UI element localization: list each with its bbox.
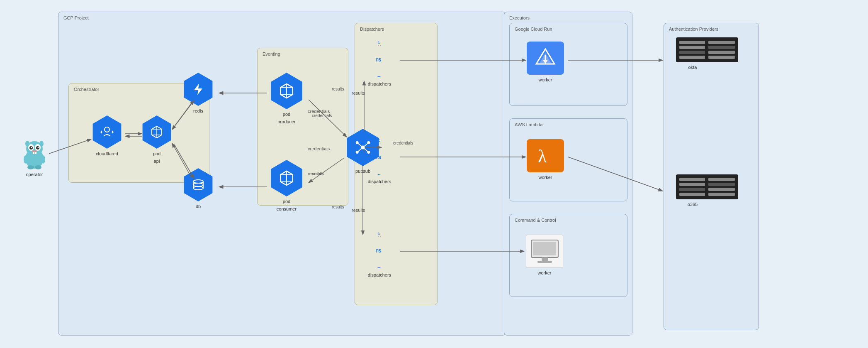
orchestrator-label: Orchestrator: [74, 87, 99, 92]
svg-point-6: [31, 147, 32, 148]
svg-point-11: [24, 155, 28, 164]
cc-label: Command & Control: [515, 218, 556, 223]
dispatcher-top-node: rs dispatchers: [361, 42, 398, 86]
api-icon: [149, 125, 164, 140]
db-label: db: [196, 204, 201, 209]
producer-pod-label: pod: [283, 112, 290, 117]
api-node: pod api: [140, 115, 173, 164]
o365-icon: [676, 174, 709, 199]
okta-node-2: [705, 37, 738, 62]
svg-rect-16: [35, 152, 36, 154]
redis-label: redis: [193, 108, 203, 113]
o365-icon-2: [705, 174, 738, 199]
consumer-node: pod consumer: [268, 160, 305, 211]
cc-icon: [529, 238, 560, 265]
results-label-3: results: [352, 208, 365, 213]
svg-point-12: [41, 155, 45, 164]
api-hex: [140, 115, 173, 149]
dispatcher-mid-node: rs dispatchers: [361, 139, 398, 184]
lambda-worker-node: λ worker: [527, 139, 564, 180]
dispatcher-bot-label: dispatchers: [368, 272, 391, 277]
consumer-hex: [268, 160, 305, 196]
svg-text:λ: λ: [538, 146, 547, 167]
okta-icon-2: [705, 37, 738, 62]
operator-node: operator: [20, 137, 49, 177]
cc-worker-node: worker: [526, 235, 563, 275]
dispatcher-bot-node: rs dispatchers: [361, 233, 398, 277]
gcp-project-label: GCP Project: [63, 15, 89, 20]
producer-node: pod producer: [268, 73, 305, 124]
cloudflared-label: cloudflared: [96, 151, 118, 156]
dispatchers-label: Dispatchers: [360, 27, 384, 32]
operator-label: operator: [26, 172, 43, 177]
db-hex: [182, 168, 215, 201]
db-node: db: [182, 168, 215, 209]
consumer-icon: [277, 169, 296, 187]
lambda-worker-icon: λ: [527, 139, 564, 172]
executors-label: Executors: [509, 15, 530, 20]
gcr-icon: [533, 46, 558, 71]
svg-point-17: [105, 127, 109, 132]
svg-point-25: [193, 186, 203, 190]
svg-point-24: [193, 183, 203, 186]
svg-point-7: [38, 147, 39, 148]
gcr-worker-label: worker: [538, 77, 552, 82]
results-label-1: results: [352, 91, 365, 96]
consumer-label: consumer: [277, 206, 297, 211]
cc-worker-label: worker: [537, 270, 551, 275]
lambda-icon: λ: [533, 143, 558, 168]
auth-label: Authentication Providers: [669, 27, 718, 32]
api-sublabel: api: [154, 159, 160, 164]
svg-rect-52: [542, 257, 548, 261]
results-label-2: results: [308, 171, 321, 176]
svg-marker-22: [194, 83, 202, 95]
db-icon: [191, 177, 206, 192]
lambda-label: AWS Lambda: [515, 122, 542, 127]
cloudflared-node: cloudflared: [90, 115, 124, 156]
okta-icon: [676, 37, 709, 62]
svg-point-9: [25, 141, 29, 147]
eventing-label: Eventing: [263, 51, 280, 56]
okta-node: okta: [676, 37, 709, 70]
gcr-label: Google Cloud Run: [515, 27, 552, 32]
lambda-worker-label: worker: [538, 175, 552, 180]
gopher-icon: [20, 137, 49, 170]
redis-hex: [182, 73, 215, 106]
credentials-label-2: credentials: [308, 146, 330, 151]
producer-hex: [268, 73, 305, 109]
credentials-label-1: credentials: [308, 109, 330, 114]
svg-rect-53: [537, 261, 552, 263]
dispatcher-top-label: dispatchers: [368, 81, 391, 86]
o365-node: o365: [676, 174, 709, 207]
o365-node-2: [705, 174, 738, 199]
svg-point-14: [35, 165, 41, 169]
okta-label: okta: [688, 65, 697, 70]
redis-icon: [191, 82, 206, 97]
cc-worker-icon: [526, 235, 563, 268]
redis-node: redis: [182, 73, 215, 113]
gcr-worker-node: worker: [527, 42, 564, 82]
api-label: pod: [153, 151, 160, 156]
svg-rect-15: [33, 152, 34, 154]
dispatcher-mid-label: dispatchers: [368, 179, 391, 184]
cloudflared-hex: [90, 115, 124, 149]
cloudflared-icon: [100, 125, 114, 140]
gcr-worker-icon: [527, 42, 564, 75]
consumer-pod-label: pod: [283, 199, 290, 204]
producer-label: producer: [277, 119, 295, 124]
svg-point-13: [27, 165, 34, 169]
diagram-container: GCP Project Orchestrator Eventing Dispat…: [0, 0, 868, 348]
svg-rect-51: [533, 242, 556, 255]
svg-point-10: [39, 141, 44, 147]
svg-point-23: [193, 180, 203, 183]
producer-icon: [277, 82, 296, 100]
o365-label: o365: [688, 202, 698, 207]
